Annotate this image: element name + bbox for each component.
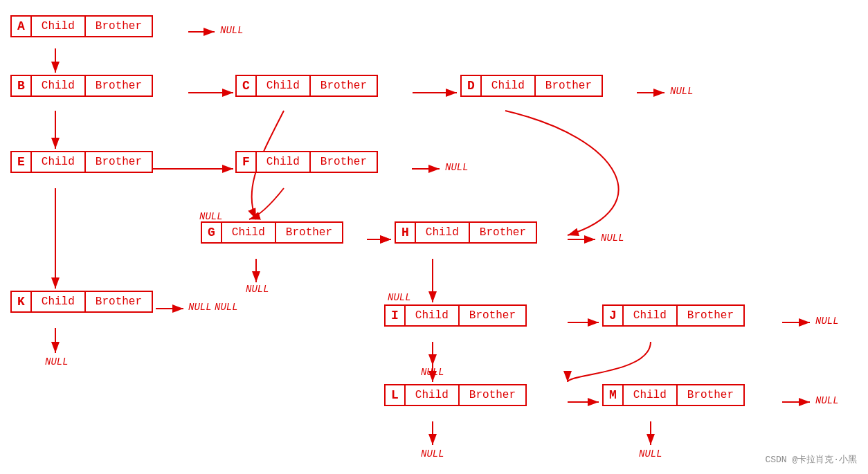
node-A: A Child Brother bbox=[10, 15, 153, 37]
node-J-brother: Brother bbox=[678, 306, 743, 325]
node-B-child: Child bbox=[32, 76, 86, 95]
node-F-letter: F bbox=[237, 152, 257, 172]
null-L-child: NULL bbox=[421, 448, 444, 459]
null-K-extra: NULL bbox=[215, 302, 238, 313]
node-I-brother: Brother bbox=[460, 306, 525, 325]
node-I-letter: I bbox=[386, 306, 406, 325]
node-A-child: Child bbox=[32, 17, 86, 36]
node-I-child: Child bbox=[406, 306, 460, 325]
node-E-child: Child bbox=[32, 152, 86, 172]
node-J-letter: J bbox=[604, 306, 624, 325]
null-K-child: NULL bbox=[45, 356, 69, 367]
node-B-letter: B bbox=[12, 76, 32, 95]
node-L-letter: L bbox=[386, 385, 406, 405]
node-M-child: Child bbox=[624, 385, 678, 405]
null-H-brother: NULL bbox=[601, 233, 624, 244]
node-D-letter: D bbox=[462, 76, 482, 95]
node-D-brother: Brother bbox=[536, 76, 602, 95]
node-G: G Child Brother bbox=[201, 221, 343, 244]
null-M-child: NULL bbox=[639, 448, 662, 459]
node-J-child: Child bbox=[624, 306, 678, 325]
watermark: CSDN @卡拉肖克·小黑 bbox=[765, 453, 857, 466]
node-E-letter: E bbox=[12, 152, 32, 172]
null-F-child: NULL bbox=[199, 211, 223, 222]
node-D: D Child Brother bbox=[460, 75, 603, 97]
node-A-brother: Brother bbox=[86, 17, 152, 36]
node-H-letter: H bbox=[396, 223, 416, 242]
null-H-child-label: NULL bbox=[388, 292, 411, 303]
diagram-container: A Child Brother NULL B Child Brother C C… bbox=[0, 0, 868, 474]
null-F-brother: NULL bbox=[445, 162, 469, 173]
node-A-letter: A bbox=[12, 17, 32, 36]
null-M-brother: NULL bbox=[815, 395, 839, 406]
null-K-brother: NULL bbox=[188, 302, 212, 313]
node-H-brother: Brother bbox=[470, 223, 536, 242]
node-G-child: Child bbox=[222, 223, 276, 242]
node-C-brother: Brother bbox=[311, 76, 377, 95]
null-J-brother: NULL bbox=[815, 316, 839, 327]
node-E-brother: Brother bbox=[86, 152, 152, 172]
node-J: J Child Brother bbox=[602, 304, 745, 327]
node-F-brother: Brother bbox=[311, 152, 377, 172]
node-M-brother: Brother bbox=[678, 385, 743, 405]
node-C-child: Child bbox=[257, 76, 311, 95]
null-A-brother: NULL bbox=[220, 25, 244, 36]
node-D-child: Child bbox=[482, 76, 536, 95]
node-H-child: Child bbox=[416, 223, 470, 242]
node-H: H Child Brother bbox=[395, 221, 537, 244]
node-M: M Child Brother bbox=[602, 384, 745, 406]
node-B: B Child Brother bbox=[10, 75, 153, 97]
node-F: F Child Brother bbox=[235, 151, 378, 173]
node-I: I Child Brother bbox=[384, 304, 527, 327]
null-G-child: NULL bbox=[246, 284, 269, 295]
node-C-letter: C bbox=[237, 76, 257, 95]
node-K-brother: Brother bbox=[86, 292, 152, 311]
node-E: E Child Brother bbox=[10, 151, 153, 173]
node-L-child: Child bbox=[406, 385, 460, 405]
node-L: L Child Brother bbox=[384, 384, 527, 406]
node-M-letter: M bbox=[604, 385, 624, 405]
node-G-brother: Brother bbox=[276, 223, 342, 242]
null-I-child: NULL bbox=[421, 367, 444, 378]
node-G-letter: G bbox=[202, 223, 222, 242]
node-B-brother: Brother bbox=[86, 76, 152, 95]
node-F-child: Child bbox=[257, 152, 311, 172]
node-K: K Child Brother bbox=[10, 291, 153, 313]
node-C: C Child Brother bbox=[235, 75, 378, 97]
node-K-letter: K bbox=[12, 292, 32, 311]
null-D-brother: NULL bbox=[670, 86, 694, 97]
node-L-brother: Brother bbox=[460, 385, 525, 405]
node-K-child: Child bbox=[32, 292, 86, 311]
